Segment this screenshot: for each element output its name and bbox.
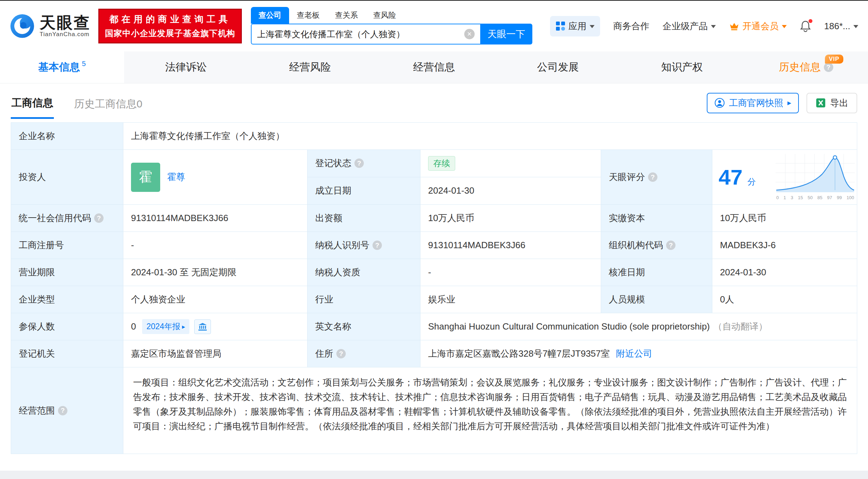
account-menu[interactable]: 186*... <box>824 21 858 32</box>
reg-status-value: 存续 <box>420 150 601 177</box>
footer-strip <box>0 471 868 479</box>
score-unit: 分 <box>747 176 756 187</box>
help-icon[interactable]: ? <box>354 159 364 168</box>
score-value: 47 分 01 3 <box>712 150 857 205</box>
promo-banner-line1: 都在用的商业查询工具 <box>105 13 235 25</box>
export-button[interactable]: 导出 <box>806 93 857 113</box>
help-icon[interactable]: ? <box>372 241 382 250</box>
taxpayer-quality-value: - <box>420 259 601 286</box>
tab-legal-proceedings[interactable]: 法律诉讼 <box>124 51 248 83</box>
approval-date-label: 核准日期 <box>601 259 712 286</box>
logo-subtitle: TianYanCha.com <box>40 31 91 38</box>
chevron-down-icon <box>590 25 595 31</box>
auto-translate-note: （自动翻译） <box>713 320 768 333</box>
address-label: 住所 ? <box>308 340 420 367</box>
business-term-label: 营业期限 <box>11 259 123 286</box>
tab-operating-risk[interactable]: 经营风险 <box>248 51 372 83</box>
score-curve <box>776 154 855 192</box>
annual-report-badge[interactable]: 2024年报 ▸ <box>142 319 189 334</box>
apps-grid-icon <box>556 21 565 31</box>
nearby-companies-link[interactable]: 附近公司 <box>616 348 652 360</box>
establish-date-value: 2024-01-30 <box>420 177 601 205</box>
search-tab-boss[interactable]: 查老板 <box>289 7 327 24</box>
help-icon[interactable]: ? <box>824 63 833 72</box>
taxpayer-id-label: 纳税人识别号 ? <box>308 232 420 259</box>
reg-number-label: 工商注册号 <box>11 232 123 259</box>
help-icon[interactable]: ? <box>336 349 346 358</box>
tab-intellectual-property[interactable]: 知识产权 <box>620 51 744 83</box>
cooperation-menu[interactable]: 商务合作 <box>613 20 649 32</box>
tab-basic-info[interactable]: 基本信息 5 <box>0 51 124 83</box>
help-icon[interactable]: ? <box>58 406 67 415</box>
vip-upgrade-label: 开通会员 <box>743 20 779 32</box>
help-icon[interactable]: ? <box>94 213 104 223</box>
vip-upgrade-menu[interactable]: 开通会员 <box>729 20 787 32</box>
excel-icon <box>816 98 826 108</box>
apps-menu[interactable]: 应用 <box>550 16 600 36</box>
reg-number-value: - <box>123 232 308 259</box>
company-type-label: 企业类型 <box>11 286 123 313</box>
tab-company-development[interactable]: 公司发展 <box>496 51 620 83</box>
business-term-value: 2024-01-30 至 无固定期限 <box>123 259 308 286</box>
table-row: 经营范围 ? 一般项目：组织文化艺术交流活动；文艺创作；项目策划与公关服务；市场… <box>11 367 857 454</box>
investor-name-link[interactable]: 霍尊 <box>167 171 185 183</box>
industry-label: 行业 <box>308 286 420 313</box>
search-input[interactable] <box>257 29 464 39</box>
notification-dot <box>809 19 812 23</box>
business-info-table: 企业名称 上海霍尊文化传播工作室（个人独资） 投资人 霍 霍尊 登记状态 ? 存… <box>11 122 857 454</box>
search-button[interactable]: 天眼一下 <box>480 24 532 44</box>
score-number: 47 <box>719 167 743 188</box>
company-name-value: 上海霍尊文化传播工作室（个人独资） <box>123 123 857 150</box>
org-code-value: MADBEK3J-6 <box>712 232 857 259</box>
tianyancha-logo[interactable]: 天眼查 TianYanCha.com <box>10 14 91 39</box>
chevron-down-icon <box>782 25 787 31</box>
investor-label: 投资人 <box>11 150 123 205</box>
clear-search-icon[interactable]: × <box>464 29 475 39</box>
credit-code-value: 91310114MADBEK3J66 <box>123 205 308 232</box>
tab-intellectual-property-label: 知识产权 <box>661 60 703 74</box>
help-icon[interactable]: ? <box>648 172 657 182</box>
search-tab-company[interactable]: 查公司 <box>251 7 289 24</box>
subtab-business-info[interactable]: 工商信息 <box>11 87 54 119</box>
tab-operating-info[interactable]: 经营信息 <box>372 51 496 83</box>
status-date-subtable: 登记状态 ? 存续 成立日期 2024-01-30 <box>308 150 601 205</box>
arrow-right-icon: ▸ <box>182 323 185 331</box>
staff-size-value: 0人 <box>712 286 857 313</box>
subtab-history-business-info[interactable]: 历史工商信息0 <box>73 88 143 118</box>
investor-value: 霍 霍尊 <box>123 150 308 205</box>
capital-label: 出资额 <box>308 205 420 232</box>
tab-basic-info-count: 5 <box>82 60 86 68</box>
english-name-value: Shanghai Huozun Cultural Communication S… <box>420 313 857 340</box>
social-insurance-chip[interactable] <box>194 319 211 334</box>
subnav: 工商信息 历史工商信息0 工商官网快照 ▸ 导出 <box>0 83 868 122</box>
official-snapshot-button[interactable]: 工商官网快照 ▸ <box>707 93 799 113</box>
status-badge: 存续 <box>428 156 455 171</box>
investor-avatar[interactable]: 霍 <box>131 163 160 192</box>
score-axis: 01 315 5085 9799 100 <box>776 195 855 200</box>
english-name-label: 英文名称 <box>308 313 420 340</box>
reg-status-label: 登记状态 ? <box>308 150 420 177</box>
tab-history-info[interactable]: VIP 历史信息 ? <box>744 51 868 83</box>
establish-date-label: 成立日期 <box>308 177 420 205</box>
tab-basic-info-label: 基本信息 <box>38 60 80 74</box>
search-tab-risk[interactable]: 查风险 <box>366 7 404 24</box>
table-row: 登记机关 嘉定区市场监督管理局 住所 ? 上海市嘉定区嘉戬公路328号7幢7层J… <box>11 340 857 367</box>
table-row: 工商注册号 - 纳税人识别号 ? 91310114MADBEK3J66 组织机构… <box>11 232 857 259</box>
table-row: 统一社会信用代码 ? 91310114MADBEK3J66 出资额 10万人民币… <box>11 205 857 232</box>
promo-banner: 都在用的商业查询工具 国家中小企业发展子基金旗下机构 <box>98 9 242 43</box>
insured-count-label: 参保人数 <box>11 313 123 340</box>
search-tab-relation[interactable]: 查关系 <box>327 7 366 24</box>
score-label: 天眼评分 ? <box>601 150 712 205</box>
table-row: 参保人数 0 2024年报 ▸ 英文名称 Shanghai Huozun Cul… <box>11 313 857 340</box>
business-scope-label: 经营范围 ? <box>11 367 123 454</box>
enterprise-product-menu[interactable]: 企业级产品 <box>663 20 716 32</box>
export-label: 导出 <box>830 97 848 109</box>
notifications-button[interactable] <box>800 20 811 32</box>
vip-badge: VIP <box>825 55 843 64</box>
business-scope-value: 一般项目：组织文化艺术交流活动；文艺创作；项目策划与公关服务；市场营销策划；会议… <box>123 367 857 454</box>
help-icon[interactable]: ? <box>666 241 675 250</box>
taxpayer-quality-label: 纳税人资质 <box>308 259 420 286</box>
company-name-label: 企业名称 <box>11 123 123 150</box>
chevron-down-icon <box>853 25 858 31</box>
staff-size-label: 人员规模 <box>601 286 712 313</box>
